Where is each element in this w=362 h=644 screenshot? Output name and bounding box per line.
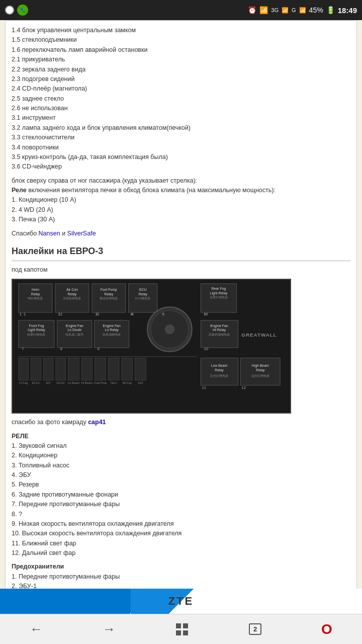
svg-rect-64 xyxy=(95,358,106,380)
svg-text:11: 11 xyxy=(202,385,206,390)
relay-list-item-11: 11. Ближний свет фар xyxy=(12,539,350,548)
svg-text:燃油泵继电器: 燃油泵继电器 xyxy=(100,297,118,300)
ad-bar: ZTE xyxy=(0,589,362,614)
fuse-header: Предохранители xyxy=(12,562,350,572)
svg-text:2: 2 xyxy=(58,312,60,316)
fuse-list-item-1: 1. Передние противотуманные фары xyxy=(12,572,350,582)
relay-list-item-6: 6. Задние противотуманные фонари xyxy=(12,490,350,500)
relay-list-item-3: 3. Топливный насос xyxy=(12,461,350,470)
svg-text:远光灯继电器: 远光灯继电器 xyxy=(251,374,269,377)
silversafe-link[interactable]: SilverSafe xyxy=(67,230,96,237)
line-2-4: 2.4 CD-плеёр (магнитола) xyxy=(12,84,350,94)
svg-text:Light Relay: Light Relay xyxy=(28,329,45,333)
svg-rect-60 xyxy=(68,358,79,380)
tabs-button[interactable]: 2 xyxy=(249,623,261,635)
line-3-2: 3.2 лампа заднего хода и блок управления… xyxy=(12,123,350,133)
svg-rect-68 xyxy=(122,358,133,380)
status-right-icons: ⏰ 📶 3G 📶 G 📶 45% 🔋 18:49 xyxy=(248,6,357,15)
svg-text:Relay: Relay xyxy=(68,292,77,296)
relay-item-2: 2. 4 WD (20 А) xyxy=(12,205,350,215)
svg-rect-66 xyxy=(108,358,119,380)
tabs-count: 2 xyxy=(249,623,261,635)
svg-text:Front Fog: Front Fog xyxy=(29,324,44,328)
relay-list-item-9: 9. Низкая скорость вентилятора охлаждени… xyxy=(12,519,350,529)
svg-text:ECU1: ECU1 xyxy=(32,381,40,384)
article-area: 1.4 блок управления центральным замком 1… xyxy=(5,20,357,644)
svg-rect-56 xyxy=(43,358,53,380)
line-3-4: 3.4 поворотники xyxy=(12,143,350,152)
svg-text:2: 2 xyxy=(60,312,62,316)
svg-text:ECU继电器: ECU继电器 xyxy=(135,297,150,300)
svg-text:Light Relay: Light Relay xyxy=(210,291,228,295)
relay-note: Реле включения вентилятора печки в обход… xyxy=(12,186,350,195)
svg-point-29 xyxy=(165,325,175,335)
svg-text:3: 3 xyxy=(96,312,98,316)
relay-list-item-1: 1. Звуковой сигнал xyxy=(12,441,350,451)
svg-text:近光灯继电器: 近光灯继电器 xyxy=(210,374,228,377)
battery-icon: 🔋 xyxy=(326,6,335,14)
svg-text:Horn: Horn xyxy=(32,288,39,291)
bottom-nav: ← → 2 O xyxy=(0,614,362,644)
opera-button[interactable]: O xyxy=(321,621,332,637)
line-3-3: 3.3 стеклоочистители xyxy=(12,133,350,142)
content-wrapper: 1.4 блок управления центральным замком 1… xyxy=(0,20,362,644)
svg-text:前雾灯继电器: 前雾灯继电器 xyxy=(27,333,45,336)
svg-text:8: 8 xyxy=(60,347,63,351)
grid-button[interactable] xyxy=(175,622,189,636)
svg-text:GREATWALL: GREATWALL xyxy=(241,332,277,338)
svg-text:高速风扇继电器: 高速风扇继电器 xyxy=(209,333,230,336)
svg-text:Mr.Fog: Mr.Fog xyxy=(123,381,132,384)
svg-text:低风扇二极管: 低风扇二极管 xyxy=(65,333,83,336)
svg-text:1: 1 xyxy=(24,312,26,316)
status-bar: 🐾 ⏰ 📶 3G 📶 G 📶 45% 🔋 18:49 xyxy=(0,0,362,20)
svg-text:Lo Diode: Lo Diode xyxy=(68,329,82,332)
record-icon xyxy=(5,6,14,15)
status-left-icons: 🐾 xyxy=(5,5,28,16)
photo-thanks: спасибо за фото камраду cap41 xyxy=(12,418,350,427)
svg-text:Relay: Relay xyxy=(256,368,265,372)
3g-label: 3G xyxy=(271,7,279,13)
line-2-2: 2.2 зеркала заднего вида xyxy=(12,65,350,74)
line-2-6: 2.6 не использован xyxy=(12,104,350,113)
relay-list-item-2: 2. Кондиционер xyxy=(12,451,350,460)
relay-list-item-7: 7. Передние противотуманные фары xyxy=(12,500,350,509)
svg-text:High Beam: High Beam xyxy=(252,364,269,368)
fuse-box-image: Horn Relay 鸣叫继电器 1 Air Con Relay 压缩机继电器 … xyxy=(12,279,291,414)
battery-label: 45% xyxy=(309,6,323,14)
svg-text:6: 6 xyxy=(204,312,206,316)
svg-text:Relay: Relay xyxy=(215,368,224,372)
line-3-6: 3.6 CD-чейнджер xyxy=(12,162,350,172)
alarm-icon: ⏰ xyxy=(248,6,256,14)
article-text: 1.4 блок управления центральным замком 1… xyxy=(12,26,350,644)
back-button[interactable]: ← xyxy=(30,621,43,637)
svg-text:Low Beam: Low Beam xyxy=(211,364,228,368)
svg-text:Rear Fog: Rear Fog xyxy=(212,287,226,291)
svg-text:Hi Beam: Hi Beam xyxy=(81,381,93,384)
line-3-5: 3.5 круиз-контроль (да-да, такая комплек… xyxy=(12,152,350,162)
svg-text:Lo Relay: Lo Relay xyxy=(105,329,119,333)
svg-text:Relay: Relay xyxy=(104,292,113,296)
svg-text:Fuel Pump: Fuel Pump xyxy=(101,288,117,292)
cap41-link[interactable]: cap41 xyxy=(88,419,106,426)
svg-text:Fr.Fog: Fr.Fog xyxy=(19,381,28,384)
svg-text:A/C: A/C xyxy=(46,381,51,384)
svg-text:Air Con: Air Con xyxy=(66,288,78,291)
svg-text:9: 9 xyxy=(98,347,100,351)
svg-text:Relay: Relay xyxy=(138,292,147,296)
forward-button[interactable]: → xyxy=(103,621,116,637)
nansen-link[interactable]: Nansen xyxy=(39,230,60,237)
line-1-5: 1.5 стеклоподъемники xyxy=(12,35,350,45)
line-2-1: 2.1 прикуриватель xyxy=(12,55,350,64)
svg-text:ECU2: ECU2 xyxy=(57,381,65,384)
svg-text:1: 1 xyxy=(20,312,22,316)
svg-text:压缩机继电器: 压缩机继电器 xyxy=(63,297,81,300)
line-2-3: 2.3 подогрев сидений xyxy=(12,74,350,84)
svg-text:10A: 10A xyxy=(138,381,143,384)
relay-list-item-10: 10. Высокая скорость вентилятора охлажде… xyxy=(12,529,350,538)
svg-rect-89 xyxy=(183,623,188,628)
svg-text:4: 4 xyxy=(131,312,133,316)
svg-text:Engine Fan: Engine Fan xyxy=(103,324,121,328)
svg-text:Engine Fan: Engine Fan xyxy=(66,324,83,328)
time-display: 18:49 xyxy=(338,6,357,15)
svg-text:Fuel Pmp: Fuel Pmp xyxy=(94,381,107,384)
